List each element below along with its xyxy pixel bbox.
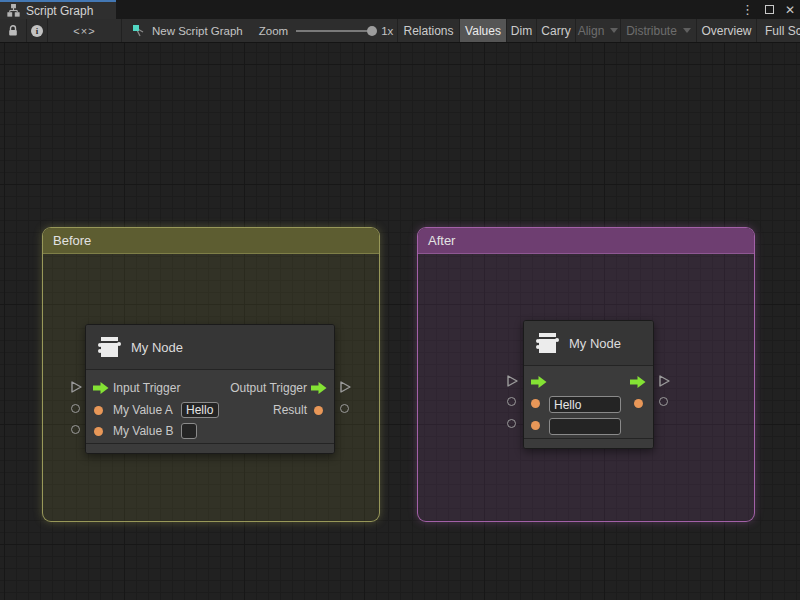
script-graph-tab-icon: [7, 4, 20, 17]
tab-title: Script Graph: [26, 4, 93, 18]
value-a-port-icon[interactable]: [531, 399, 540, 408]
zoom-slider-knob[interactable]: [367, 26, 377, 36]
before-result-outer-port[interactable]: [340, 404, 349, 413]
code-icon: <×>: [73, 25, 95, 37]
distribute-label: Distribute: [626, 24, 677, 38]
zoom-label: Zoom: [259, 25, 288, 37]
result-port-icon[interactable]: [314, 406, 323, 415]
group-before-label: Before: [53, 233, 91, 248]
node-after-footer: [524, 438, 653, 448]
before-output-trigger-outer-port[interactable]: [339, 380, 352, 394]
after-result-outer-port[interactable]: [659, 397, 668, 406]
toolbar-middle: New Script Graph Zoom 1x: [122, 19, 398, 42]
overview-button[interactable]: Overview: [697, 19, 757, 42]
value-a-input[interactable]: [181, 402, 219, 418]
after-value-a-outer-port[interactable]: [507, 397, 516, 406]
node-before-footer: [86, 443, 334, 453]
node-after-header[interactable]: My Node: [524, 321, 653, 366]
node-before-header[interactable]: My Node: [86, 325, 334, 370]
maximize-icon[interactable]: [765, 5, 774, 14]
value-b-input[interactable]: [549, 418, 621, 435]
align-dropdown[interactable]: Align: [576, 19, 621, 42]
carry-button[interactable]: Carry: [537, 19, 576, 42]
group-after-label: After: [428, 233, 455, 248]
input-trigger-port-icon[interactable]: [93, 382, 109, 394]
value-b-port-icon[interactable]: [531, 421, 540, 430]
node-after-title: My Node: [569, 336, 621, 351]
before-value-b-outer-port[interactable]: [71, 425, 80, 434]
output-trigger-port-icon[interactable]: [311, 382, 327, 394]
info-button[interactable]: i: [27, 19, 48, 42]
value-b-label: My Value B: [113, 423, 173, 439]
window-controls: ⋮ ✕: [741, 0, 795, 19]
group-after-header[interactable]: After: [418, 228, 754, 254]
fullscreen-button[interactable]: Full Screen: [757, 19, 800, 42]
group-before-header[interactable]: Before: [43, 228, 379, 254]
lock-icon: [7, 24, 19, 37]
after-value-b-outer-port[interactable]: [507, 419, 516, 428]
before-input-trigger-outer-port[interactable]: [70, 380, 83, 394]
chevron-down-icon: [683, 28, 691, 33]
before-value-a-outer-port[interactable]: [71, 404, 80, 413]
input-trigger-port-icon[interactable]: [531, 376, 547, 388]
after-input-trigger-outer-port[interactable]: [506, 374, 519, 388]
value-b-port-icon[interactable]: [94, 427, 103, 436]
values-button[interactable]: Values: [460, 19, 507, 42]
node-icon: [95, 334, 123, 362]
value-a-input[interactable]: [549, 396, 621, 413]
result-port-icon[interactable]: [634, 399, 643, 408]
info-icon: i: [31, 25, 43, 37]
after-output-trigger-outer-port[interactable]: [658, 374, 671, 388]
value-a-port-icon[interactable]: [94, 406, 103, 415]
node-my-node-before[interactable]: My Node Input Trigger Output Trigger My …: [85, 324, 335, 454]
value-b-input[interactable]: [181, 423, 197, 439]
code-view-button[interactable]: <×>: [48, 19, 122, 42]
relations-button[interactable]: Relations: [398, 19, 460, 42]
align-label: Align: [578, 24, 605, 38]
dim-button[interactable]: Dim: [507, 19, 537, 42]
graph-canvas[interactable]: Before After My Node: [0, 43, 800, 600]
zoom-slider[interactable]: [296, 30, 374, 32]
graph-asset-icon: [132, 24, 146, 38]
value-a-label: My Value A: [113, 402, 173, 418]
close-icon[interactable]: ✕: [785, 4, 795, 16]
more-menu-icon[interactable]: ⋮: [741, 3, 754, 16]
node-before-title: My Node: [131, 340, 183, 355]
node-my-node-after[interactable]: My Node: [523, 320, 654, 449]
chevron-down-icon: [610, 28, 618, 33]
lock-button[interactable]: [0, 19, 27, 42]
input-trigger-label: Input Trigger: [113, 380, 180, 396]
graph-name-label: New Script Graph: [152, 25, 243, 37]
unity-script-graph-window: Script Graph ⋮ ✕ i <×> New Scr: [0, 0, 800, 600]
output-trigger-port-icon[interactable]: [630, 376, 646, 388]
tab-script-graph[interactable]: Script Graph: [0, 0, 116, 19]
distribute-dropdown[interactable]: Distribute: [621, 19, 697, 42]
tab-strip: Script Graph ⋮ ✕: [0, 0, 800, 19]
output-trigger-label: Output Trigger: [230, 380, 307, 396]
node-icon: [533, 330, 561, 358]
result-label: Result: [273, 402, 307, 418]
zoom-value: 1x: [381, 25, 393, 37]
graph-toolbar: i <×> New Script Graph Zoom 1x Relations…: [0, 19, 800, 43]
